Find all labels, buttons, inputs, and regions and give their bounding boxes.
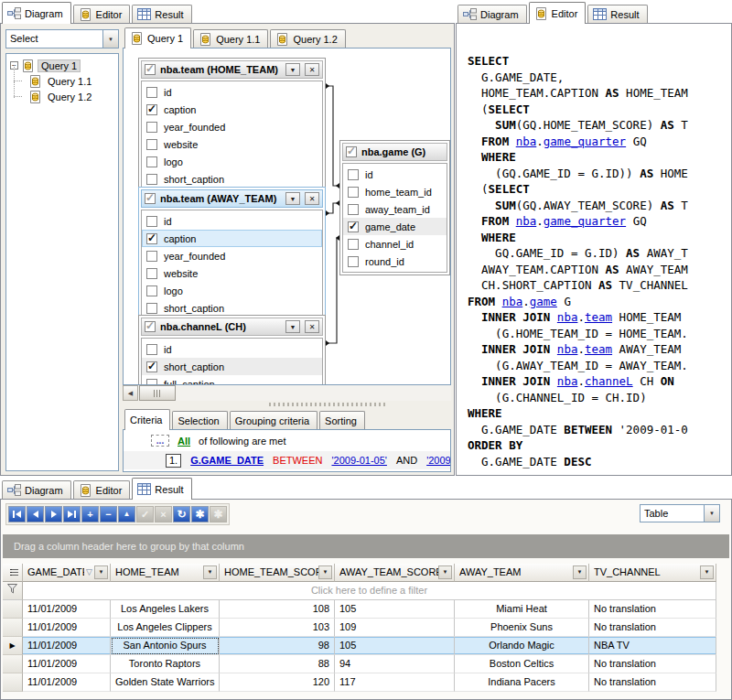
fetch-all-button[interactable]: ✱ — [191, 506, 209, 522]
grid-cell[interactable]: NBA TV — [589, 637, 716, 655]
diagram-table-header[interactable]: nba.game (G) — [342, 143, 447, 161]
field-checkbox[interactable] — [348, 169, 359, 180]
table-field-row[interactable]: away_team_id — [343, 200, 447, 218]
tab-editor[interactable]: Editor — [73, 480, 131, 499]
chevron-down-icon[interactable]: ▼ — [704, 505, 719, 522]
table-menu-button[interactable]: ▼ — [285, 192, 300, 205]
column-filter-dropdown[interactable]: ▼ — [438, 565, 452, 579]
diagram-table[interactable]: nba.team (HOME_TEAM)▼✕idcaptionyear_foun… — [138, 58, 326, 193]
next-record-button[interactable] — [45, 506, 62, 522]
table-row[interactable]: 11/01/2009Los Angeles Lakers108105Miami … — [3, 600, 717, 619]
field-checkbox[interactable] — [146, 174, 157, 185]
grid-cell[interactable]: No translation — [589, 655, 716, 673]
grid-cell[interactable]: Golden State Warriors — [111, 673, 220, 692]
tab-result[interactable]: Result — [132, 478, 191, 500]
table-checkbox[interactable] — [145, 321, 156, 332]
tab-result[interactable]: Result — [132, 5, 191, 23]
table-field-row[interactable]: channel_id — [343, 235, 447, 253]
grid-cell[interactable]: San Antonio Spurs — [111, 637, 220, 655]
pane-splitter[interactable] — [269, 403, 388, 406]
criteria-field-link[interactable]: G.GAME_DATE — [190, 455, 264, 466]
grid-corner-cell[interactable] — [3, 564, 23, 582]
diagram-table[interactable]: nba.game (G)idhome_team_idaway_team_idga… — [339, 140, 450, 275]
grid-column-header[interactable]: HOME_TEAM_SCORE▼ — [220, 564, 335, 582]
grid-cell[interactable]: 105 — [335, 600, 455, 619]
sql-editor-area[interactable]: SELECT G.GAME_DATE, HOME_TEAM.CAPTION AS… — [458, 47, 730, 474]
last-record-button[interactable] — [63, 506, 81, 522]
tab-result[interactable]: Result — [587, 5, 647, 23]
field-checkbox[interactable] — [146, 344, 157, 355]
diagram-horizontal-scrollbar[interactable]: ◀ — [123, 385, 451, 401]
table-field-row[interactable]: caption — [142, 101, 322, 118]
grid-column-header[interactable]: AWAY_TEAM▼ — [455, 564, 589, 582]
column-filter-dropdown[interactable]: ▼ — [700, 565, 714, 579]
grid-cell[interactable]: No translation — [589, 619, 716, 637]
table-field-row[interactable]: game_date — [343, 218, 447, 235]
criteria-options-button[interactable]: ... — [151, 435, 169, 447]
delete-record-button[interactable]: − — [100, 506, 117, 522]
grid-cell[interactable]: 103 — [220, 619, 335, 637]
diagram-table-header[interactable]: nba.team (AWAY_TEAM)▼✕ — [141, 189, 323, 208]
table-menu-button[interactable]: ▼ — [285, 63, 300, 76]
table-field-row[interactable]: id — [142, 340, 322, 358]
field-checkbox[interactable] — [348, 187, 359, 198]
table-row[interactable]: 11/01/2009Toronto Raptors8894Boston Celt… — [3, 655, 717, 673]
grid-column-header[interactable]: AWAY_TEAM_SCORE▼ — [335, 564, 455, 582]
field-checkbox[interactable] — [348, 239, 359, 250]
grid-cell[interactable]: 11/01/2009 — [23, 673, 111, 692]
table-checkbox[interactable] — [145, 64, 156, 75]
grid-cell[interactable]: 11/01/2009 — [23, 619, 111, 637]
grid-column-header[interactable]: TV_CHANNEL▼ — [589, 564, 716, 582]
field-checkbox[interactable] — [146, 139, 157, 150]
table-field-row[interactable]: year_founded — [142, 118, 322, 135]
field-checkbox[interactable] — [146, 233, 157, 244]
query-type-combo[interactable]: Select ▼ — [5, 29, 119, 48]
grid-column-header[interactable]: HOME_TEAM▼ — [111, 564, 220, 582]
field-checkbox[interactable] — [146, 379, 157, 386]
field-checkbox[interactable] — [146, 216, 157, 227]
field-checkbox[interactable] — [146, 268, 157, 279]
tab-diagram[interactable]: Diagram — [2, 480, 71, 499]
grid-cell[interactable]: 98 — [220, 637, 335, 655]
edit-record-button[interactable]: ▲ — [118, 506, 135, 522]
table-field-row[interactable]: year_founded — [142, 247, 322, 264]
row-indicator-cell[interactable] — [3, 655, 23, 673]
grid-cell[interactable]: 11/01/2009 — [23, 655, 111, 673]
tab-grouping-criteria[interactable]: Grouping criteria — [230, 411, 318, 429]
tree-item-query-1-1[interactable]: Query 1.1 — [8, 73, 116, 89]
grid-cell[interactable]: No translation — [589, 673, 716, 692]
grid-cell[interactable]: 108 — [220, 600, 335, 619]
field-checkbox[interactable] — [146, 361, 157, 372]
diagram-table[interactable]: nba.team (AWAY_TEAM)▼✕idcaptionyear_foun… — [138, 187, 326, 322]
row-indicator-cell[interactable] — [3, 673, 23, 692]
filter-funnel-cell[interactable] — [3, 582, 23, 600]
scroll-left-button[interactable]: ◀ — [123, 385, 138, 401]
criteria-value2-link[interactable]: '2009-0 — [426, 455, 451, 466]
diagram-table[interactable]: nba.channeL (CH)▼✕idshort_captionfull_ca… — [138, 315, 326, 385]
grid-cell[interactable]: Phoenix Suns — [455, 619, 589, 637]
diagram-table-header[interactable]: nba.channeL (CH)▼✕ — [141, 318, 323, 336]
table-close-button[interactable]: ✕ — [305, 63, 319, 76]
grid-cell[interactable]: No translation — [589, 600, 716, 619]
field-checkbox[interactable] — [348, 221, 359, 232]
table-field-row[interactable]: short_caption — [142, 170, 322, 188]
tab-diagram[interactable]: Diagram — [458, 5, 527, 23]
table-checkbox[interactable] — [145, 193, 156, 204]
tree-item-query-1[interactable]: − Query 1 — [8, 58, 116, 73]
current-row-indicator[interactable]: ▶ — [3, 637, 23, 655]
criteria-value1-link[interactable]: '2009-01-05' — [331, 455, 386, 466]
grid-cell[interactable]: 94 — [335, 655, 455, 673]
field-checkbox[interactable] — [146, 156, 157, 167]
diagram-canvas[interactable]: nba.team (HOME_TEAM)▼✕idcaptionyear_foun… — [123, 48, 451, 385]
table-row[interactable]: 11/01/2009Los Angeles Clippers103109Phoe… — [3, 619, 717, 637]
grid-cell[interactable]: Indiana Pacers — [455, 673, 589, 692]
grid-cell[interactable]: 109 — [335, 619, 455, 637]
table-close-button[interactable]: ✕ — [305, 320, 319, 333]
view-selector[interactable]: Table ▼ — [640, 504, 720, 522]
row-indicator-cell[interactable] — [3, 600, 23, 619]
scroll-thumb[interactable] — [139, 385, 176, 401]
tab-query-1[interactable]: Query 1 — [124, 27, 191, 48]
field-checkbox[interactable] — [146, 285, 157, 296]
table-row[interactable]: 11/01/2009Golden State Warriors120117Ind… — [3, 673, 717, 692]
tab-editor[interactable]: Editor — [73, 5, 131, 23]
